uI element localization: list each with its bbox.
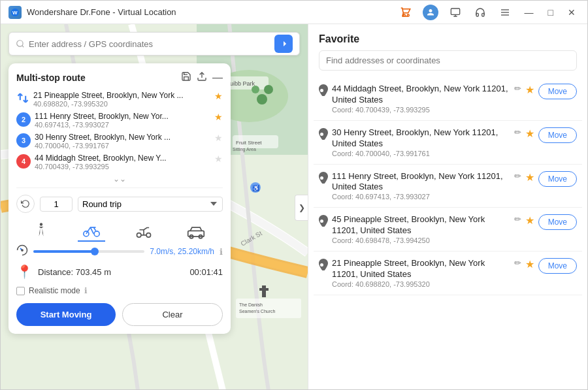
maximize-btn[interactable]: □: [544, 6, 557, 19]
user-icon-btn[interactable]: [421, 3, 440, 22]
fav-move-btn-1[interactable]: Move: [538, 84, 577, 99]
stop-4-coords: 40.700439, -73.993295: [35, 163, 210, 171]
car-btn[interactable]: [182, 223, 210, 242]
show-more-chevron[interactable]: ⌄⌄: [16, 174, 223, 184]
fav-coords-3: Coord: 40.697413, -73.993027: [332, 193, 510, 201]
scooter-btn[interactable]: [130, 222, 157, 242]
title-bar: W Wondershare Dr.Fone - Virtual Location: [1, 1, 587, 24]
fav-info-4: 45 Pineapple Street, Brooklyn, New York …: [332, 214, 510, 244]
fav-coords-5: Coord: 40.698820, -73.995320: [332, 280, 510, 288]
export-route-icon[interactable]: [197, 71, 207, 84]
stop-2-star[interactable]: ★: [214, 112, 223, 122]
favorite-item-4: 45 Pineapple Street, Brooklyn, New York …: [314, 208, 582, 252]
svg-point-19: [257, 94, 267, 105]
favorite-list: 44 Middagh Street, Brooklyn, New York 11…: [308, 77, 587, 390]
speed-info-icon[interactable]: ℹ: [220, 247, 223, 257]
right-panel: Favorite 44 Middagh Street, Brooklyn, Ne…: [308, 24, 587, 390]
fav-star-4[interactable]: ★: [525, 214, 534, 227]
favorite-item-3: 111 Henry Street, Brooklyn, New York 112…: [314, 165, 582, 208]
svg-rect-23: [259, 288, 269, 291]
stop-4-name: 44 Middagh Street, Brooklyn, New Y...: [35, 154, 210, 163]
favorite-title: Favorite: [308, 24, 587, 50]
realistic-info-icon[interactable]: ℹ: [84, 286, 88, 295]
stop-3-star[interactable]: ★: [214, 133, 223, 143]
search-go-btn[interactable]: [274, 35, 293, 53]
fav-edit-icon-5[interactable]: ✏: [514, 258, 521, 268]
expand-panel-arrow[interactable]: ❯: [295, 195, 308, 221]
realistic-checkbox[interactable]: [16, 287, 25, 295]
save-route-icon[interactable]: [181, 71, 191, 84]
stop-3-number: 3: [16, 133, 31, 148]
app-title: Wondershare Dr.Fone - Virtual Location: [27, 7, 176, 17]
svg-point-20: [252, 86, 259, 93]
fav-pin-icon-1: [319, 84, 328, 99]
user-avatar: [423, 5, 438, 20]
stop-4-info: 44 Middagh Street, Brooklyn, New Y... 40…: [35, 154, 210, 171]
fav-edit-icon-3[interactable]: ✏: [514, 171, 521, 181]
fav-star-1[interactable]: ★: [525, 84, 534, 96]
clear-button[interactable]: Clear: [122, 303, 223, 326]
stop-1-info: 21 Pineapple Street, Brooklyn, New York …: [33, 91, 210, 108]
app-icon: W: [8, 6, 22, 19]
svg-point-39: [22, 250, 23, 251]
fav-move-btn-4[interactable]: Move: [538, 214, 577, 230]
fav-pin-icon-5: [319, 259, 328, 273]
route-stop-2: 2 111 Henry Street, Brooklyn, New Yor...…: [16, 112, 223, 129]
svg-rect-22: [262, 285, 266, 297]
fav-edit-icon-1[interactable]: ✏: [514, 84, 521, 93]
fav-name-1: 44 Middagh Street, Brooklyn, New York 11…: [332, 84, 510, 106]
stop-1-star[interactable]: ★: [214, 91, 223, 101]
menu-icon-btn[interactable]: [496, 3, 514, 22]
loop-count-input[interactable]: [40, 197, 73, 212]
minimize-btn[interactable]: —: [521, 6, 538, 19]
start-moving-button[interactable]: Start Moving: [16, 303, 116, 326]
close-btn[interactable]: ✕: [564, 6, 580, 19]
loop-type-select[interactable]: Round trip Loop One way: [78, 197, 223, 212]
route-panel-header: Multi-stop route: [16, 71, 223, 84]
bike-btn[interactable]: [78, 221, 105, 242]
svg-point-21: [264, 85, 273, 94]
fav-star-2[interactable]: ★: [525, 127, 534, 140]
fav-move-btn-5[interactable]: Move: [538, 258, 577, 274]
speed-slider[interactable]: [33, 250, 144, 253]
svg-point-35: [146, 233, 151, 238]
route-stop-3: 3 30 Henry Street, Brooklyn, New York ..…: [16, 133, 223, 150]
cart-icon-btn[interactable]: [397, 3, 415, 22]
realistic-label: Realistic mode: [29, 286, 80, 295]
walk-btn[interactable]: [29, 219, 54, 242]
svg-point-31: [40, 223, 42, 225]
main-content: Squibb Park Fruit Street Sitting Area: [1, 24, 587, 390]
left-panel: Squibb Park Fruit Street Sitting Area: [1, 24, 308, 390]
speed-value: 7.0m/s, 25.20km/h: [150, 247, 214, 256]
speed-bar: [33, 250, 144, 253]
svg-text:Seamen's Church: Seamen's Church: [239, 309, 276, 314]
monitor-icon-btn[interactable]: [446, 3, 465, 22]
speedometer-icon: [16, 244, 28, 259]
fav-edit-icon-2[interactable]: ✏: [514, 127, 521, 137]
stop-2-info: 111 Henry Street, Brooklyn, New Yor... 4…: [35, 112, 210, 129]
search-input[interactable]: [29, 39, 274, 49]
stop-2-name: 111 Henry Street, Brooklyn, New Yor...: [35, 112, 210, 121]
fav-move-btn-2[interactable]: Move: [538, 127, 577, 143]
fav-name-3: 111 Henry Street, Brooklyn, New York 112…: [332, 171, 510, 193]
route-stop-4: 4 44 Middagh Street, Brooklyn, New Y... …: [16, 154, 223, 171]
stop-4-star[interactable]: ★: [214, 154, 223, 164]
speed-row: 7.0m/s, 25.20km/h ℹ: [16, 244, 223, 259]
fav-star-5[interactable]: ★: [525, 258, 534, 270]
fav-info-2: 30 Henry Street, Brooklyn, New York 1120…: [332, 127, 510, 157]
fav-star-3[interactable]: ★: [525, 171, 534, 184]
fav-move-btn-3[interactable]: Move: [538, 171, 577, 187]
stop-3-name: 30 Henry Street, Brooklyn, New York ...: [35, 133, 210, 142]
fav-info-1: 44 Middagh Street, Brooklyn, New York 11…: [332, 84, 510, 114]
fav-info-3: 111 Henry Street, Brooklyn, New York 112…: [332, 171, 510, 201]
distance-time: 00:01:41: [189, 267, 223, 277]
fav-coords-1: Coord: 40.700439, -73.993295: [332, 106, 510, 114]
fav-edit-icon-4[interactable]: ✏: [514, 214, 521, 224]
svg-rect-2: [451, 8, 459, 14]
collapse-route-icon[interactable]: —: [212, 73, 223, 83]
svg-point-34: [137, 233, 141, 238]
fav-coords-2: Coord: 40.700040, -73.991761: [332, 150, 510, 157]
stop-1-coords: 40.698820, -73.995320: [33, 100, 210, 108]
headphone-icon-btn[interactable]: [471, 3, 489, 22]
favorite-search-input[interactable]: [319, 50, 577, 71]
